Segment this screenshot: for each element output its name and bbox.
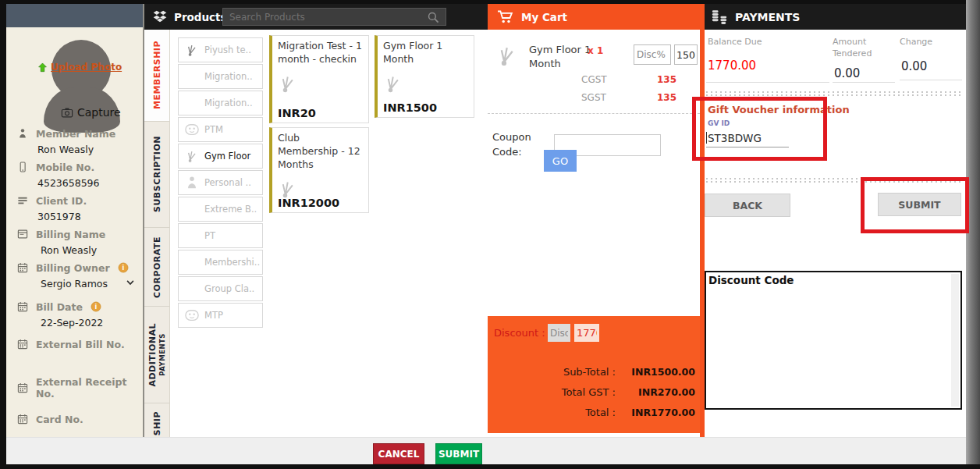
underline (900, 80, 962, 80)
member-sidebar: Upload Photo Capture Member Name Ron Wea… (6, 4, 144, 437)
window-scrollbar[interactable] (966, 0, 980, 469)
gv-id-input[interactable]: ST3BDWG (706, 129, 789, 147)
field-label: Client ID. (36, 195, 87, 207)
discount-amount-input[interactable] (574, 324, 599, 342)
category-button[interactable]: Piyush te.. (178, 37, 263, 62)
shuttlecock-icon (185, 43, 199, 57)
tab-partial[interactable]: SHIP (144, 403, 169, 435)
field-bill-date: Bill Date 22-Sep-2022 (17, 300, 140, 329)
field-label: External Bill No. (36, 339, 125, 350)
field-mobile-no: Mobile No. 4523658596 (17, 161, 140, 189)
card-icon (17, 228, 28, 240)
category-button[interactable]: PT (178, 223, 263, 248)
info-icon[interactable] (91, 300, 101, 313)
summary-row-total-gst: Total GST : INR270.00 (542, 386, 695, 398)
decorative-separator (705, 91, 963, 97)
tab-corporate[interactable]: CORPORATE (144, 228, 169, 307)
window-border-bottom (0, 464, 980, 469)
field-external-receipt-no: External Receipt No. (17, 376, 140, 403)
field-client-id: Client ID. 3051978 (17, 194, 140, 222)
discount-code-box: Discount Code (705, 271, 962, 410)
product-price: INR12000 (278, 197, 339, 209)
category-button[interactable]: MTP (178, 303, 263, 328)
mobile-icon (17, 161, 28, 173)
field-external-bill-no: External Bill No. (17, 338, 140, 354)
calendar-icon (17, 261, 28, 274)
shuttlecock-icon (495, 43, 519, 68)
tax-row-sgst: SGST 135 (581, 92, 676, 103)
divider (488, 113, 700, 114)
category-button[interactable]: Migration.. (178, 64, 263, 89)
face-icon (185, 123, 199, 137)
product-price: INR20 (278, 107, 316, 119)
face-icon (185, 308, 199, 322)
cart-item-quantity: x 1 (588, 45, 603, 56)
capture-button[interactable]: Capture (61, 106, 121, 119)
shuttlecock-icon (278, 73, 298, 94)
tab-subscription[interactable]: SUBSCRIPTION (144, 122, 169, 228)
cart-header: My Cart (488, 4, 700, 30)
search-input[interactable] (223, 12, 427, 23)
product-card[interactable]: Gym Floor 1 Month INR1500 (375, 35, 474, 118)
window-border-left (0, 0, 6, 469)
field-value: Ron Weasly (41, 244, 140, 256)
cart-title: My Cart (521, 11, 567, 23)
sidebar-header-bar (6, 4, 143, 27)
discount-code-title: Discount Code (708, 274, 794, 286)
category-tabstrip: MEMBERSHIP SUBSCRIPTION CORPORATE ADDITI… (144, 30, 170, 437)
bill-date-value[interactable]: 22-Sep-2022 (41, 317, 140, 329)
product-price: INR1500 (383, 101, 437, 114)
products-panel: Products MEMBERSHIP SUBSCRIPTION CORPORA… (144, 4, 488, 437)
inner-scrollbar[interactable] (951, 274, 959, 407)
products-title: Products (174, 11, 227, 23)
billing-owner-select[interactable]: Sergio Ramos (41, 278, 140, 290)
field-label: Bill Date (36, 301, 83, 313)
category-button[interactable]: Extreme B.. (178, 197, 263, 222)
search-box (222, 8, 446, 26)
coins-icon (711, 9, 728, 25)
chevron-down-icon[interactable] (125, 278, 136, 287)
calendar-icon (17, 413, 28, 425)
payments-submit-button[interactable]: SUBMIT (878, 193, 961, 216)
item-discount-input[interactable] (634, 44, 671, 65)
gv-id-label: GV ID (708, 119, 730, 127)
discount-type-input[interactable] (548, 324, 570, 342)
category-button[interactable]: PTM (178, 117, 263, 142)
balance-due-value: 1770.00 (708, 59, 756, 73)
amount-tendered-input[interactable]: 0.00 (834, 66, 860, 80)
calendar-icon (17, 338, 28, 350)
field-billing-owner: Billing Owner Sergio Ramos (17, 261, 140, 290)
tab-additional-payments[interactable]: ADDITIONAL PAYMENTS (144, 307, 169, 403)
info-icon[interactable] (118, 261, 129, 274)
product-card[interactable]: Migration Test - 1 month - checkin INR20 (269, 35, 369, 123)
products-header: Products (144, 4, 488, 30)
camera-icon (61, 107, 73, 118)
cart-summary: Discount : Sub-Total : INR1500.00 Total … (488, 316, 700, 433)
products-cube-icon (152, 9, 168, 25)
field-value: Ron Weasly (37, 144, 140, 155)
footer-bar: CANCEL SUBMIT (6, 437, 966, 464)
category-button[interactable]: Group Cla.. (178, 276, 263, 301)
text-caret (706, 132, 707, 144)
category-button[interactable]: Personal .. (178, 170, 263, 195)
person-icon (185, 176, 199, 190)
search-icon[interactable] (427, 11, 439, 23)
field-value: 4523658596 (37, 177, 140, 189)
underline (833, 82, 895, 83)
coupon-go-button[interactable]: GO (544, 150, 577, 172)
item-price-input[interactable] (674, 44, 698, 65)
calendar-icon (17, 382, 28, 394)
footer-submit-button[interactable]: SUBMIT (435, 443, 482, 464)
back-button[interactable]: BACK (705, 194, 790, 217)
upload-photo-link[interactable]: Upload Photo (37, 62, 122, 73)
pos-billing-screen: Upload Photo Capture Member Name Ron Wea… (0, 0, 980, 469)
field-label: Card No. (36, 414, 83, 425)
product-card[interactable]: Club Membership - 12 Months INR12000 (269, 127, 369, 213)
category-button[interactable]: Migration.. (178, 91, 263, 115)
category-button-gym-floor[interactable]: Gym Floor (178, 144, 263, 169)
field-label: External Receipt No. (36, 376, 140, 400)
cancel-button[interactable]: CANCEL (373, 443, 424, 464)
category-button[interactable]: Membershi.. (178, 250, 263, 275)
change-label: Change (900, 37, 932, 48)
tab-membership[interactable]: MEMBERSHIP (144, 30, 169, 122)
